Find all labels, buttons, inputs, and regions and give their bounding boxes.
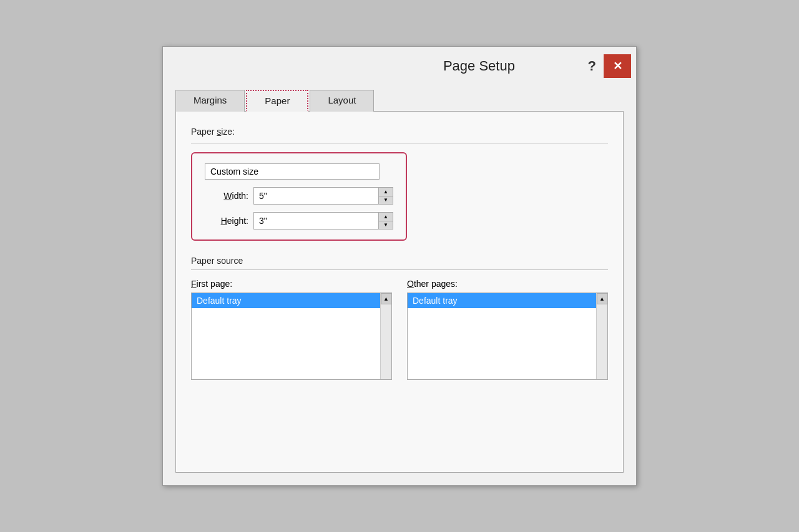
- height-row: Height:: [205, 212, 393, 230]
- paper-source-divider: [191, 269, 608, 270]
- paper-size-box: Custom size Letter A4 Legal A3 A5 Width:: [191, 152, 407, 241]
- paper-size-divider: [191, 143, 608, 143]
- other-pages-default-tray[interactable]: Default tray: [408, 293, 596, 308]
- height-input[interactable]: [253, 212, 378, 230]
- help-button[interactable]: ?: [583, 58, 601, 74]
- paper-size-dropdown-wrapper: Custom size Letter A4 Legal A3 A5: [205, 163, 380, 180]
- width-spin-down[interactable]: [379, 196, 393, 205]
- height-spin-buttons: [378, 212, 393, 230]
- paper-source-label: Paper source: [191, 256, 243, 266]
- tab-paper[interactable]: Paper: [246, 90, 308, 112]
- paper-size-label: Paper size:: [191, 127, 235, 137]
- first-page-col: First page: Default tray: [191, 279, 392, 380]
- first-page-scroll-up[interactable]: [381, 293, 392, 304]
- tabs-area: Margins Paper Layout: [163, 83, 636, 111]
- width-input[interactable]: [253, 187, 378, 205]
- width-spin-up[interactable]: [379, 188, 393, 196]
- content-area: Paper size: Custom size Letter A4 Legal …: [175, 111, 624, 473]
- paper-source-section-title: Paper source: [191, 256, 608, 266]
- paper-size-select[interactable]: Custom size Letter A4 Legal A3 A5: [205, 163, 380, 180]
- dialog-title: Page Setup: [375, 58, 582, 74]
- height-spin-down[interactable]: [379, 221, 393, 230]
- first-page-listbox-wrapper: Default tray: [191, 293, 392, 380]
- close-button[interactable]: ✕: [604, 54, 631, 78]
- paper-size-dropdown-row: Custom size Letter A4 Legal A3 A5: [205, 163, 393, 180]
- other-pages-scroll-up[interactable]: [597, 293, 608, 304]
- paper-size-section-title: Paper size:: [191, 127, 608, 137]
- other-pages-scrollbar: [596, 293, 607, 379]
- title-bar: Page Setup ? ✕: [163, 47, 636, 83]
- other-pages-col: Other pages: Default tray: [407, 279, 608, 380]
- height-label: Height:: [205, 216, 248, 226]
- other-pages-listbox-wrapper: Default tray: [407, 293, 608, 380]
- other-pages-label: Other pages:: [407, 279, 608, 289]
- width-spinner: [253, 187, 393, 205]
- width-spin-buttons: [378, 187, 393, 205]
- first-page-label: First page:: [191, 279, 392, 289]
- source-columns: First page: Default tray Other page: [191, 279, 608, 380]
- first-page-scrollbar: [380, 293, 391, 379]
- height-spin-up[interactable]: [379, 213, 393, 221]
- height-spinner: [253, 212, 393, 230]
- paper-size-inner: Custom size Letter A4 Legal A3 A5 Width:: [205, 163, 393, 230]
- width-label: Width:: [205, 191, 248, 201]
- title-bar-actions: ? ✕: [583, 54, 631, 78]
- tab-layout[interactable]: Layout: [310, 90, 374, 112]
- first-page-default-tray[interactable]: Default tray: [192, 293, 380, 308]
- other-pages-listbox[interactable]: Default tray: [408, 293, 596, 379]
- page-setup-dialog: Page Setup ? ✕ Margins Paper Layout Pape…: [162, 46, 637, 486]
- tab-margins[interactable]: Margins: [175, 90, 245, 112]
- width-row: Width:: [205, 187, 393, 205]
- first-page-listbox[interactable]: Default tray: [192, 293, 380, 379]
